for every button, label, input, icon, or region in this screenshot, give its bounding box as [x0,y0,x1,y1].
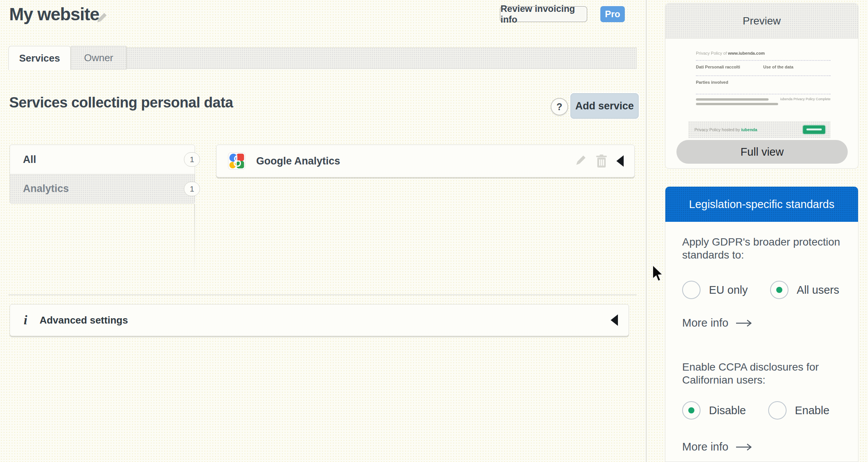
tab-owner[interactable]: Owner [71,46,127,70]
radio-all-users[interactable] [770,281,788,299]
radio-disable-label[interactable]: Disable [709,404,746,417]
radio-enable-label[interactable]: Enable [795,404,829,417]
service-row-google-analytics[interactable]: Google Analytics [216,145,635,177]
advanced-settings-bar[interactable]: i Advanced settings [10,304,629,336]
preview-col-left: Dati Personali raccolti [696,65,740,69]
filter-label: Analytics [23,183,69,195]
tab-services[interactable]: Services [8,46,71,70]
preview-row2: Parties involved [696,80,728,85]
more-info-label: More info [682,441,728,453]
full-view-button[interactable]: Full view [676,140,848,164]
legislation-standards-panel: Legislation-specific standards Apply GDP… [665,187,858,462]
edit-service-pencil-icon[interactable] [574,154,587,168]
google-analytics-icon [228,152,245,170]
radio-disable[interactable] [682,401,701,420]
gdpr-question: Apply GDPR's broader protection standard… [682,236,843,262]
ccpa-question: Enable CCPA disclosures for Californian … [682,361,843,387]
more-info-label: More info [682,317,728,329]
page-title: My website [9,4,99,24]
gdpr-more-info-link[interactable]: More info [682,317,753,329]
filter-item-all[interactable]: All 1 [10,145,195,174]
edit-title-pencil-icon[interactable] [93,11,109,28]
count-badge: 1 [184,152,200,167]
legislation-standards-title: Legislation-specific standards [665,187,858,222]
ccpa-radio-group: Disable Enable [682,401,829,420]
preview-divider [696,94,831,94]
preview-doc-footer: Privacy Policy hosted by iubenda [688,121,831,138]
preview-panel: Preview Privacy Policy of www.iubenda.co… [665,3,858,169]
tab-strip-filler [127,47,637,69]
preview-doc-title: Privacy Policy of www.iubenda.com [696,51,765,55]
preview-divider [696,60,831,61]
service-filter-list: All 1 Analytics 1 [10,145,195,204]
count-badge: 1 [184,182,200,196]
gdpr-radio-group: EU only All users [682,281,839,299]
filter-item-analytics[interactable]: Analytics 1 [10,174,195,203]
collapse-advanced-arrow-icon[interactable] [611,314,618,326]
tab-bar: Services Owner [8,46,637,70]
add-service-button[interactable]: Add service [571,93,639,119]
preview-panel-title: Preview [665,3,858,39]
radio-all-users-label[interactable]: All users [797,284,839,296]
preview-text-bar [696,98,769,101]
filter-label: All [23,154,36,166]
delete-service-trash-icon[interactable] [595,154,608,168]
advanced-settings-label: Advanced settings [39,314,611,326]
section-heading: Services collecting personal data [9,94,233,111]
ccpa-more-info-link[interactable]: More info [682,441,753,453]
app-page: My website Review invoicing info Pro Ser… [0,0,868,462]
help-icon[interactable]: ? [551,98,568,116]
preview-col-right: Use of the data [763,65,793,69]
preview-text-bar [696,103,778,105]
arrow-right-icon [735,319,753,327]
preview-green-button[interactable] [803,125,825,134]
radio-eu-only-label[interactable]: EU only [709,284,748,296]
list-column-divider [194,204,195,275]
collapse-service-arrow-icon[interactable] [616,155,624,167]
section-divider [8,294,637,295]
service-name: Google Analytics [256,155,574,167]
preview-right-note: iubenda Privacy Policy Complete [780,97,831,101]
radio-enable[interactable] [768,401,787,420]
review-invoicing-button[interactable]: Review invoicing info [500,6,587,22]
content-sidebar-divider [646,0,647,462]
radio-eu-only[interactable] [682,281,701,299]
arrow-right-icon [735,443,753,451]
pro-plan-badge: Pro [600,6,625,22]
info-icon: i [24,313,27,327]
preview-divider [696,75,831,76]
